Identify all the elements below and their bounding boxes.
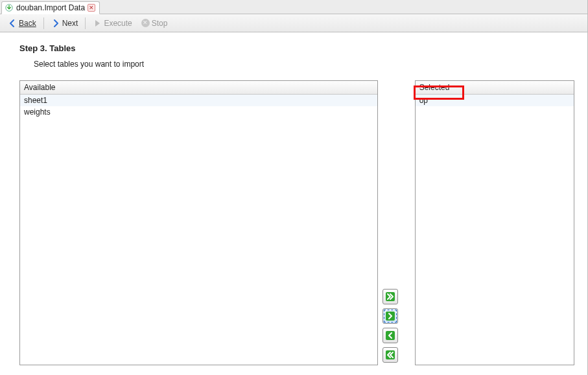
execute-button[interactable]: Execute [89, 17, 135, 29]
svg-rect-3 [386, 331, 395, 340]
tab-title: douban.Import Data [16, 3, 85, 12]
tab-import-data[interactable]: douban.Import Data ✕ [1, 1, 100, 14]
import-icon [5, 3, 14, 12]
arrow-left-icon [8, 19, 17, 28]
list-item[interactable]: weights [20, 106, 377, 118]
step-description: Select tables you want to import [34, 60, 574, 69]
list-item[interactable]: op [416, 95, 574, 106]
svg-rect-2 [386, 312, 395, 321]
wizard-content: Step 3. Tables Select tables you want to… [0, 32, 587, 375]
step-title: Step 3. Tables [19, 43, 574, 53]
remove-all-button[interactable] [382, 347, 398, 363]
stop-button[interactable]: ✕ Stop [137, 17, 172, 29]
transfer-buttons [382, 80, 399, 365]
next-label: Next [62, 19, 78, 28]
back-button[interactable]: Back [4, 17, 40, 29]
tab-strip: douban.Import Data ✕ [0, 0, 587, 14]
selected-listbox[interactable]: Selected op [415, 80, 574, 365]
add-all-button[interactable] [382, 289, 398, 304]
close-icon[interactable]: ✕ [88, 4, 95, 12]
separator [43, 17, 44, 29]
lists-row: Available sheet1weights Selected op [19, 80, 574, 365]
remove-one-button[interactable] [382, 328, 398, 343]
toolbar: Back Next Execute ✕ Stop [0, 14, 587, 32]
play-icon [93, 19, 102, 28]
add-one-button[interactable] [382, 308, 398, 324]
available-list-body[interactable]: sheet1weights [20, 95, 377, 365]
stop-icon: ✕ [141, 19, 150, 27]
execute-label: Execute [104, 19, 132, 28]
selected-list-body[interactable]: op [416, 95, 574, 365]
back-label: Back [19, 19, 36, 28]
arrow-right-icon [51, 19, 60, 28]
separator [85, 17, 86, 29]
next-button[interactable]: Next [47, 17, 82, 29]
list-item[interactable]: sheet1 [20, 95, 377, 106]
selected-header: Selected [416, 81, 574, 95]
stop-label: Stop [152, 19, 168, 28]
available-listbox[interactable]: Available sheet1weights [19, 80, 378, 365]
available-header: Available [20, 81, 377, 95]
